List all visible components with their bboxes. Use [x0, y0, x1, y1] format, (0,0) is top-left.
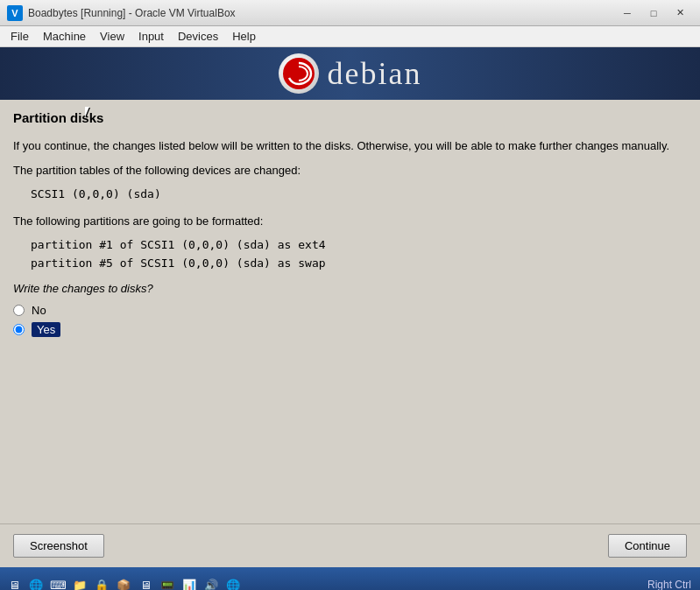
paragraph1: If you continue, the changes listed belo… [13, 137, 687, 155]
write-prompt: Write the changes to disks? [13, 282, 687, 295]
debian-title-text: debian [328, 55, 422, 92]
vm-display: debian Partition disks If you continue, … [0, 47, 700, 523]
taskbar: 🖥 🌐 ⌨ 📁 🔒 📦 🖥 📟 📊 🔊 🌐 Right Ctrl [0, 567, 700, 590]
app-icon-letter: V [11, 8, 18, 18]
titlebar: V Boadbytes [Running] - Oracle VM Virtua… [0, 0, 700, 26]
paragraph2-label: The partition tables of the following de… [13, 162, 687, 179]
radio-no[interactable] [13, 305, 25, 316]
installer-panel: Partition disks If you continue, the cha… [0, 100, 700, 523]
page-title: Partition disks [13, 110, 687, 125]
app-icon: V [7, 5, 23, 21]
menu-input[interactable]: Input [131, 26, 171, 46]
maximize-button[interactable]: □ [640, 4, 667, 22]
radio-yes[interactable] [13, 324, 25, 335]
label-no: No [32, 304, 46, 317]
right-ctrl-label: Right Ctrl [647, 579, 696, 590]
minimize-button[interactable]: ─ [614, 4, 640, 22]
option-no[interactable]: No [13, 304, 687, 317]
content-box: If you continue, the changes listed belo… [13, 136, 687, 344]
taskbar-icon-1[interactable]: 🖥 [4, 575, 24, 590]
menubar: File Machine View Input Devices Help [0, 26, 700, 47]
partition-item2: partition #5 of SCSI1 (0,0,0) (sda) as s… [13, 255, 687, 273]
taskbar-icon-6[interactable]: 📦 [114, 575, 133, 590]
continue-button[interactable]: Continue [608, 534, 687, 558]
menu-view[interactable]: View [93, 26, 131, 46]
titlebar-title: Boadbytes [Running] - Oracle VM VirtualB… [28, 7, 614, 19]
device-list-item1: SCSI1 (0,0,0) (sda) [13, 186, 687, 204]
taskbar-icon-4[interactable]: 📁 [70, 575, 89, 590]
menu-help[interactable]: Help [225, 26, 263, 46]
label-yes: Yes [32, 322, 60, 337]
titlebar-buttons: ─ □ ✕ [614, 4, 693, 22]
debian-header: debian [0, 47, 700, 100]
taskbar-icon-10[interactable]: 🔊 [202, 575, 221, 590]
taskbar-icon-8[interactable]: 📟 [158, 575, 177, 590]
menu-machine[interactable]: Machine [36, 26, 93, 46]
debian-logo [279, 53, 319, 94]
taskbar-icon-11[interactable]: 🌐 [223, 575, 243, 590]
taskbar-icon-7[interactable]: 🖥 [136, 575, 155, 590]
paragraph3-label: The following partitions are going to be… [13, 213, 687, 230]
option-yes[interactable]: Yes [13, 322, 687, 337]
menu-file[interactable]: File [4, 26, 36, 46]
taskbar-icon-2[interactable]: 🌐 [26, 575, 46, 590]
taskbar-icon-9[interactable]: 📊 [180, 575, 199, 590]
partition-item1: partition #1 of SCSI1 (0,0,0) (sda) as e… [13, 236, 687, 255]
taskbar-icon-3[interactable]: ⌨ [48, 575, 67, 590]
menu-devices[interactable]: Devices [171, 26, 225, 46]
screenshot-button[interactable]: Screenshot [13, 534, 104, 558]
taskbar-icon-5[interactable]: 🔒 [92, 575, 111, 590]
bottom-toolbar: Screenshot Continue [0, 523, 700, 567]
close-button[interactable]: ✕ [667, 4, 693, 22]
